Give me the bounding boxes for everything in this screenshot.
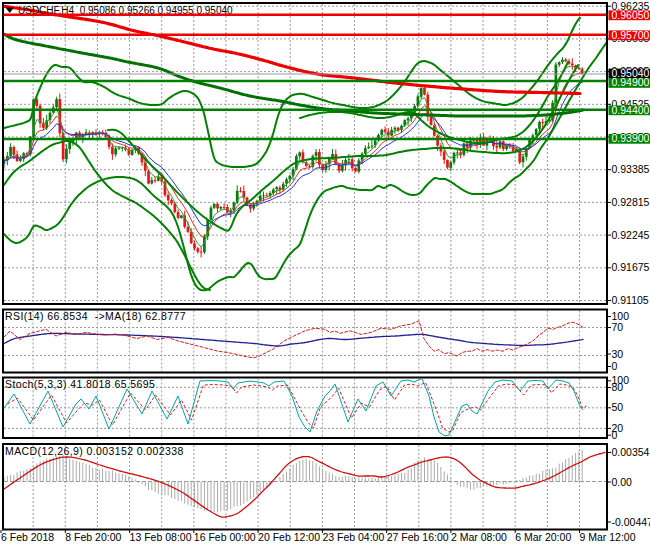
svg-text:0.93385: 0.93385: [612, 163, 650, 175]
svg-text:8 Feb 20:00: 8 Feb 20:00: [65, 531, 121, 543]
svg-text:20 Feb 12:00: 20 Feb 12:00: [258, 531, 320, 543]
svg-text:-0.004475: -0.004475: [612, 516, 650, 528]
svg-text:0.00354: 0.00354: [612, 446, 650, 458]
svg-text:27 Feb 16:00: 27 Feb 16:00: [387, 531, 449, 543]
svg-text:0.94900: 0.94900: [612, 76, 650, 88]
svg-text:0.94400: 0.94400: [612, 104, 650, 116]
svg-text:0.91675: 0.91675: [612, 261, 650, 273]
svg-text:9 Mar 12:00: 9 Mar 12:00: [580, 531, 636, 543]
svg-text:16 Feb 00:00: 16 Feb 00:00: [194, 531, 256, 543]
svg-text:23 Feb 04:00: 23 Feb 04:00: [322, 531, 384, 543]
svg-text:2 Mar 08:00: 2 Mar 08:00: [451, 531, 507, 543]
svg-text:0.95700: 0.95700: [612, 29, 650, 41]
svg-text:6 Mar 20:00: 6 Mar 20:00: [515, 531, 571, 543]
svg-text:Stoch(5,3,3) 41.8018 65.5695: Stoch(5,3,3) 41.8018 65.5695: [5, 378, 155, 390]
svg-text:0.00: 0.00: [612, 476, 633, 488]
svg-text:13 Feb 08:00: 13 Feb 08:00: [130, 531, 192, 543]
svg-text:50: 50: [612, 401, 624, 413]
svg-text:0: 0: [612, 360, 618, 372]
svg-text:0.91105: 0.91105: [612, 294, 649, 306]
svg-text:0: 0: [612, 429, 618, 441]
svg-text:70: 70: [612, 321, 624, 333]
svg-text:0.92815: 0.92815: [612, 196, 650, 208]
svg-text:30: 30: [612, 348, 624, 360]
svg-text:6 Feb 2018: 6 Feb 2018: [1, 531, 54, 543]
svg-text:RSI(14) 66.8534 ->MA(18) 62.8: RSI(14) 66.8534 ->MA(18) 62.8777: [5, 310, 186, 322]
svg-text:80: 80: [612, 381, 624, 393]
svg-text:0.96050: 0.96050: [612, 9, 650, 21]
svg-text:MACD(12,26,9) 0.003152 0.00233: MACD(12,26,9) 0.003152 0.002338: [5, 445, 184, 457]
svg-text:0.93900: 0.93900: [612, 132, 650, 144]
svg-text:0.92245: 0.92245: [612, 229, 650, 241]
